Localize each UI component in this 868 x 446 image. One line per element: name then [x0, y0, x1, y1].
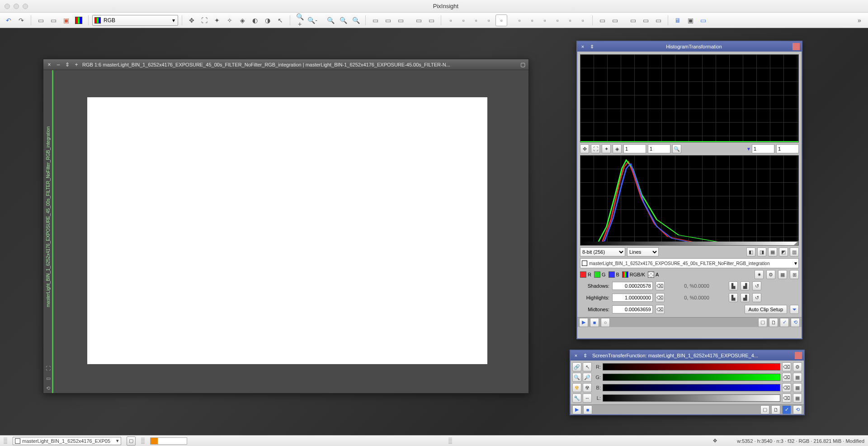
zoom-out-button[interactable]: 🔍-: [307, 14, 318, 26]
reset-icon[interactable]: ⟲: [45, 384, 52, 392]
reset-icon[interactable]: ⌫: [782, 362, 791, 371]
hist-tool-button[interactable]: ⊞: [790, 270, 799, 279]
preview-button[interactable]: ○: [601, 318, 610, 327]
tool-button[interactable]: ▭: [609, 14, 621, 26]
zoom-icon[interactable]: 🔎: [583, 373, 592, 382]
stf-g-slider[interactable]: [603, 374, 780, 381]
reset-button[interactable]: ⟲: [791, 318, 800, 327]
zoom-icon[interactable]: ◈: [613, 144, 622, 153]
pointer-tool-button[interactable]: ↖: [274, 14, 286, 26]
tool-button[interactable]: ▫: [470, 14, 482, 26]
param-button[interactable]: ↺: [752, 281, 761, 290]
check-icon[interactable]: ✓: [782, 405, 791, 414]
tool-button[interactable]: ▫: [483, 14, 495, 26]
gear-icon[interactable]: ⚙: [766, 270, 775, 279]
tool-button[interactable]: ▭: [652, 14, 664, 26]
param-button[interactable]: ▙: [729, 281, 738, 290]
tool-button[interactable]: ▫: [458, 14, 469, 26]
reset-icon[interactable]: ⌫: [782, 394, 791, 403]
input-histogram-graph[interactable]: [580, 155, 799, 246]
close-window-button[interactable]: [5, 4, 10, 9]
overflow-button[interactable]: »: [854, 14, 865, 26]
reset-button[interactable]: ⟲: [793, 405, 802, 414]
tool-button[interactable]: ✧: [224, 14, 236, 26]
hist-option-button[interactable]: ◨: [757, 247, 766, 256]
tool-button[interactable]: ▭: [596, 14, 608, 26]
tool-button[interactable]: ▣: [684, 14, 696, 26]
clear-icon[interactable]: ⌫: [656, 293, 665, 302]
zoom-input-c[interactable]: [752, 144, 774, 153]
tool-button[interactable]: ▫: [539, 14, 551, 26]
monitor-button[interactable]: 🖥: [672, 14, 684, 26]
stf-r-slider[interactable]: [603, 363, 780, 370]
channel-b-button[interactable]: B: [609, 271, 619, 278]
view-select[interactable]: masterLight_BIN_1_6252x4176_EXPOSURE_45_…: [580, 258, 799, 268]
tool-button[interactable]: ▫: [495, 14, 507, 26]
swap-icon[interactable]: ↔: [583, 394, 592, 403]
close-icon[interactable]: ×: [579, 43, 586, 50]
check-icon[interactable]: ✓: [780, 318, 789, 327]
status-button[interactable]: ▢: [127, 437, 136, 446]
tool-icon[interactable]: 🔧: [572, 394, 581, 403]
resize-grip-icon[interactable]: [794, 241, 798, 245]
zoom-icon[interactable]: ✦: [602, 144, 611, 153]
redo-button[interactable]: ↷: [15, 14, 27, 26]
clear-icon[interactable]: ⌫: [656, 305, 665, 314]
tool-button[interactable]: ▭: [640, 14, 651, 26]
tool-button[interactable]: ▣: [60, 14, 72, 26]
tool-button[interactable]: ▭: [627, 14, 639, 26]
search-icon[interactable]: 🔍: [672, 144, 681, 153]
close-icon[interactable]: ×: [46, 62, 52, 68]
tool-button[interactable]: ▫: [577, 14, 589, 26]
nuke-icon[interactable]: ☢: [572, 383, 581, 392]
docs-button[interactable]: 🗋: [771, 405, 780, 414]
plus-icon[interactable]: +: [73, 62, 80, 68]
zoom-window-button[interactable]: [23, 4, 28, 9]
output-histogram-graph[interactable]: [580, 54, 799, 142]
apply-button[interactable]: ▶: [579, 318, 588, 327]
hist-tool-button[interactable]: ▦: [778, 270, 787, 279]
undo-button[interactable]: ↶: [3, 14, 14, 26]
tool-icon[interactable]: ▦: [793, 373, 802, 382]
colorspace-select[interactable]: RGB ▾: [92, 15, 178, 26]
autoclip-button[interactable]: Auto Clip Setup: [745, 305, 787, 314]
pan-icon[interactable]: ✥: [580, 144, 589, 153]
window-button[interactable]: ▭: [413, 14, 425, 26]
channel-a-button[interactable]: A: [648, 271, 659, 278]
image-window-titlebar[interactable]: × – ⇕ + RGB 1:6 masterLight_BIN_1_6252x4…: [43, 59, 528, 70]
shadows-input[interactable]: [612, 282, 653, 290]
image-canvas[interactable]: [53, 70, 528, 393]
param-button[interactable]: ▙: [729, 293, 738, 302]
zoom-in-button[interactable]: 🔍+: [294, 14, 306, 26]
tool-button[interactable]: ◐: [249, 14, 261, 26]
hist-option-button[interactable]: ◧: [746, 247, 755, 256]
fit-icon[interactable]: ⛶: [45, 365, 52, 372]
apply-button[interactable]: ▶: [572, 405, 581, 414]
tool-icon[interactable]: ▦: [793, 383, 802, 392]
midtones-input[interactable]: [612, 305, 653, 313]
stf-b-slider[interactable]: [603, 384, 780, 391]
shade-icon[interactable]: ⇕: [581, 352, 589, 359]
grip-icon[interactable]: [4, 438, 7, 444]
reset-icon[interactable]: ⌫: [782, 383, 791, 392]
hist-option-button[interactable]: ▦: [768, 247, 777, 256]
hist-option-button[interactable]: ▥: [790, 247, 799, 256]
histogram-panel-titlebar[interactable]: × ⇕ HistogramTransformation: [577, 42, 802, 52]
tool-button[interactable]: ⛶: [198, 14, 210, 26]
apply-global-button[interactable]: ■: [583, 405, 592, 414]
tool-button[interactable]: ▭: [35, 14, 47, 26]
close-icon[interactable]: ×: [572, 352, 580, 359]
window-button[interactable]: ▭: [395, 14, 406, 26]
tool-button[interactable]: ▭: [697, 14, 709, 26]
zoom-icon[interactable]: ⛶: [591, 144, 600, 153]
tool-button[interactable]: ▫: [445, 14, 457, 26]
channel-g-button[interactable]: G: [594, 271, 606, 278]
zoom-input-a[interactable]: [623, 144, 646, 153]
window-button[interactable]: ▭: [382, 14, 394, 26]
tool-button[interactable]: [73, 14, 85, 26]
new-instance-button[interactable]: ▢: [758, 318, 767, 327]
crop-icon[interactable]: ▭: [45, 375, 52, 382]
param-button[interactable]: ↺: [752, 293, 761, 302]
zoom-button[interactable]: 🔍: [325, 14, 336, 26]
window-button[interactable]: ▭: [369, 14, 381, 26]
